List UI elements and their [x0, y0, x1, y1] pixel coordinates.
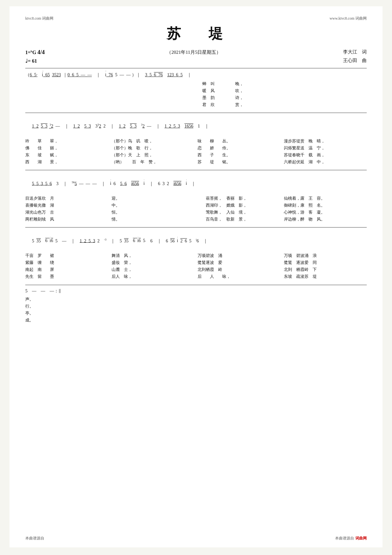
- lyrics-4: 千亩 罗 裙 紫藤 缠 绕 南起 南 屏 先生 留 墨 舞清 风， 盛妆 荣， …: [25, 252, 367, 280]
- key-info: 1=bG 4/4 ♩= 61: [25, 48, 45, 65]
- notation-intro: （6 5· i· 65 3523 ｜0 6 5 — — ｜ i· 76 5 — …: [25, 71, 367, 79]
- header-right: www.ktvc8.com 词曲网: [329, 16, 367, 21]
- date-info: （2021年11月5日星期五）: [167, 49, 221, 55]
- divider-3: [25, 170, 367, 170]
- notation-3: 5 5 3 5 6 3 ｜ 565 — — — ｜ i· 6 5 6 i656 …: [25, 173, 367, 194]
- lyrics-5: 声。 行。 亭。 成。: [25, 296, 367, 324]
- notation-4: 5 35 6 i·6 5 — ｜ 1 2 5 3 2 -3 ｜ 5 35 6 i…: [25, 230, 367, 252]
- notation-5: 5 — — —：‖: [25, 288, 367, 295]
- header-left: ktvc8.com 词曲网: [25, 16, 53, 21]
- title-section: 苏 堤: [25, 24, 367, 43]
- section-3: 5 5 3 5 6 3 ｜ 565 — — — ｜ i· 6 5 6 i656 …: [25, 173, 367, 223]
- divider-4: [25, 227, 367, 228]
- footer-right: 本曲谱源自 词曲网: [335, 536, 367, 541]
- meta-row: 1=bG 4/4 ♩= 61 （2021年11月5日星期五） 李大江 词 王心田…: [25, 48, 367, 65]
- section-2: 1 2 5 3 3̲2 — ｜ 1 2 5 3 332 2 ｜ 1 2 5 3 …: [25, 115, 367, 165]
- lyrics-intro: 蝉 叫 晚， 暖 风 吹， 墨 韵 诗， 君 欣 赏，: [25, 80, 367, 108]
- lyrics-2: 吟 草 翠， 佛 佳 丽， 东 坡 赋， 西 湖 景， （那个）鸟 叽 喳， （…: [25, 138, 367, 165]
- author-info: 李大江 词 王心田 曲: [343, 48, 367, 65]
- section-5: 5 — — —：‖ 声。 行。 亭。 成。: [25, 288, 367, 324]
- song-title: 苏 堤: [25, 24, 367, 43]
- section-intro: （6 5· i· 65 3523 ｜0 6 5 — — ｜ i· 76 5 — …: [25, 71, 367, 108]
- divider-1: [25, 68, 367, 68]
- footer-left: 本曲谱源自: [25, 536, 44, 541]
- header-bar: ktvc8.com 词曲网 www.ktvc8.com 词曲网: [25, 16, 367, 21]
- divider-5: [25, 285, 367, 285]
- section-4: 5 35 6 i·6 5 — ｜ 1 2 5 3 2 -3 ｜ 5 35 6 i…: [25, 230, 367, 280]
- lyrics-3: 目送夕落欣 月 喜播银光撒 湖 湖光山色万 古 两栏雕刻续 风 迎。 中。 恒。…: [25, 195, 367, 223]
- divider-2: [25, 113, 367, 113]
- page: ktvc8.com 词曲网 www.ktvc8.com 词曲网 苏 堤 1=bG…: [9, 6, 383, 547]
- notation-2: 1 2 5 3 3̲2 — ｜ 1 2 5 3 332 2 ｜ 1 2 5 3 …: [25, 115, 367, 137]
- footer-brand: 词曲网: [355, 536, 367, 541]
